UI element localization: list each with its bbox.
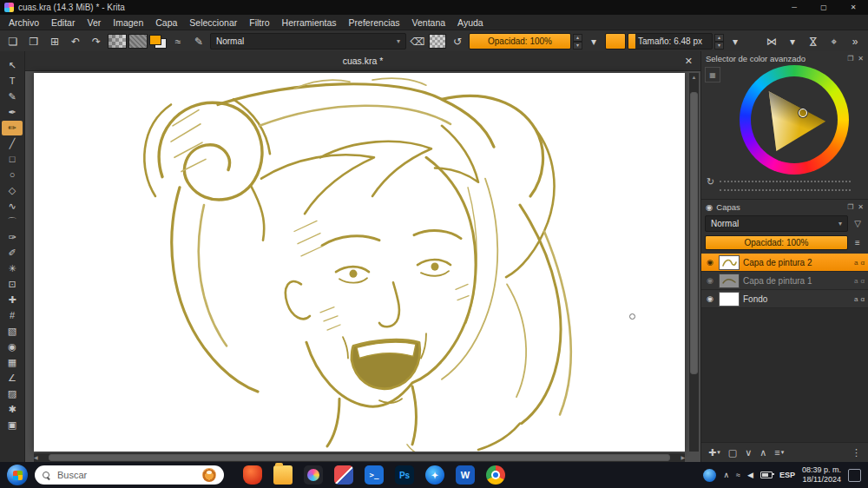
layer-thumbnail[interactable] [719,292,740,307]
menu-ver[interactable]: Ver [81,17,107,28]
visibility-eye-icon[interactable]: ◉ [705,276,715,285]
flow-slider[interactable] [605,33,626,49]
redo-icon[interactable]: ↷ [87,33,106,50]
search-input[interactable] [56,469,197,481]
taskbar-icon-paint-app[interactable] [334,465,353,485]
taskbar-icon-chrome[interactable] [486,465,505,485]
alpha-icon[interactable]: α [860,295,865,303]
close-button[interactable]: ✕ [838,0,868,15]
alpha-lock-icon[interactable]: a [854,259,858,267]
dynamic-brush-tool[interactable]: ✐ [2,246,23,260]
blend-mode-dropdown[interactable]: Normal ▾ [210,33,406,49]
notification-center-icon[interactable] [848,469,861,482]
layer-row-capa-2[interactable]: ◉ Capa de pintura 2 a α [701,254,868,272]
opacity-slider[interactable]: Opacidad: 100% [469,33,571,49]
rectangle-tool[interactable]: □ [2,152,23,167]
visibility-eye-icon[interactable]: ◉ [705,294,715,303]
polygon-tool[interactable]: ◇ [2,183,23,198]
layer-opacity-slider[interactable]: Opacidad: 100% [705,235,848,250]
mirror-arrow-icon[interactable]: ▾ [783,33,802,50]
start-button[interactable] [7,465,28,485]
menu-filtro[interactable]: Filtro [243,17,275,28]
shade-selector-icon[interactable]: ▦ [705,67,720,82]
horizontal-scroll-thumb[interactable] [49,454,671,461]
layer-row-capa-1[interactable]: ◉ Capa de pintura 1 a α [701,272,868,290]
close-docker-icon[interactable]: ✕ [858,203,864,211]
canvas[interactable] [34,73,685,452]
menu-ayuda[interactable]: Ayuda [451,17,490,28]
menu-herramientas[interactable]: Herramientas [276,17,343,28]
menu-editar[interactable]: Editar [45,17,81,28]
reference-images-tool[interactable]: ▣ [2,418,23,432]
brush-size-slider[interactable]: Tamaño: 6.48 px [628,33,713,49]
scroll-left-icon[interactable]: ◀ [34,453,38,462]
bezier-curve-tool[interactable]: ⌒ [2,214,23,229]
tray-chevron-icon[interactable]: ∧ [723,471,729,479]
move-layer-up-button[interactable]: ∧ [760,447,766,458]
refresh-colors-icon[interactable]: ↻ [707,176,714,187]
spin-up-icon[interactable]: ▴ [714,34,724,42]
move-layer-down-button[interactable]: ∨ [745,447,752,458]
taskbar-icon-terminal[interactable]: >_ [365,465,384,485]
add-layer-button[interactable]: ✚▾ [708,447,720,458]
transform-tool[interactable]: ⊡ [2,277,23,292]
preserve-alpha-icon[interactable] [429,34,446,49]
toolbar-overflow-icon[interactable]: » [845,33,865,50]
opacity-spinner[interactable]: ▴▾ [573,34,582,49]
new-document-icon[interactable]: ❏ [3,33,23,50]
minimize-button[interactable]: ─ [779,0,809,15]
reload-preset-icon[interactable]: ↺ [448,33,467,50]
calligraphy-tool[interactable]: ✒ [2,105,23,120]
layer-filter-icon[interactable]: ▽ [851,219,865,228]
taskbar-icon-krita[interactable] [304,465,323,485]
more-options-button[interactable]: ⋮ [852,447,861,458]
select-shapes-tool[interactable]: ↖ [2,58,23,73]
menu-ventana[interactable]: Ventana [406,17,452,28]
freehand-path-tool[interactable]: ✑ [2,230,23,245]
spin-up-icon[interactable]: ▴ [573,34,582,42]
undo-icon[interactable]: ↶ [66,33,85,50]
open-document-icon[interactable]: ❒ [24,33,43,50]
gradient-chooser[interactable] [108,34,127,49]
brush-presets-icon[interactable]: ≈ [168,33,187,50]
eraser-mode-icon[interactable]: ⌫ [408,33,427,50]
color-sampler-tool[interactable]: ◉ [2,340,23,354]
taskbar-clock[interactable]: 08:39 p. m. 18/11/2024 [802,465,841,485]
gradient-tool[interactable]: ▧ [2,324,23,339]
document-close-icon[interactable]: ✕ [685,51,693,70]
pattern-chooser[interactable] [128,34,148,49]
alpha-lock-icon[interactable]: a [854,295,858,303]
mirror-horizontal-icon[interactable]: ⋈ [762,33,781,50]
layer-blend-mode-dropdown[interactable]: Normal ▾ [705,215,848,232]
duplicate-layer-button[interactable]: ▢ [728,447,737,458]
scroll-right-icon[interactable]: ▶ [681,453,685,462]
wifi-icon[interactable]: ≈ [736,471,740,479]
layer-row-fondo[interactable]: ◉ Fondo a α [701,290,868,308]
language-indicator[interactable]: ESP [779,471,795,479]
assistants-tool[interactable]: ✱ [2,402,23,417]
save-icon[interactable]: ⊞ [45,33,64,50]
text-tool[interactable]: T [2,74,23,89]
menu-preferencias[interactable]: Preferencias [343,17,406,28]
alpha-icon[interactable]: α [860,277,865,285]
layer-thumbnail[interactable] [719,255,740,270]
taskbar-icon-photoshop[interactable]: Ps [395,465,414,485]
vertical-scroll-thumb[interactable] [690,92,698,374]
taskbar-icon-explorer[interactable] [273,465,293,485]
fg-bg-color-chooser[interactable] [149,35,167,49]
visibility-eye-icon[interactable]: ◉ [705,258,715,267]
fill-tool[interactable]: ▨ [2,386,23,401]
vertical-scrollbar[interactable]: ▲ [689,73,699,452]
snap-icon[interactable]: ⌖ [825,33,844,50]
spin-down-icon[interactable]: ▾ [714,42,724,49]
layer-thumbnail[interactable] [719,274,740,288]
polyline-tool[interactable]: ∿ [2,199,23,214]
menu-seleccionar[interactable]: Seleccionar [183,17,243,28]
menu-imagen[interactable]: Imagen [107,17,149,28]
float-docker-icon[interactable]: ❐ [847,55,853,63]
search-highlight-icon[interactable] [202,468,216,482]
layer-properties-button[interactable]: ≡▾ [774,447,784,458]
float-docker-icon[interactable]: ❐ [847,203,853,211]
size-spinner[interactable]: ▴▾ [714,34,724,49]
line-tool[interactable]: ╱ [2,136,23,151]
